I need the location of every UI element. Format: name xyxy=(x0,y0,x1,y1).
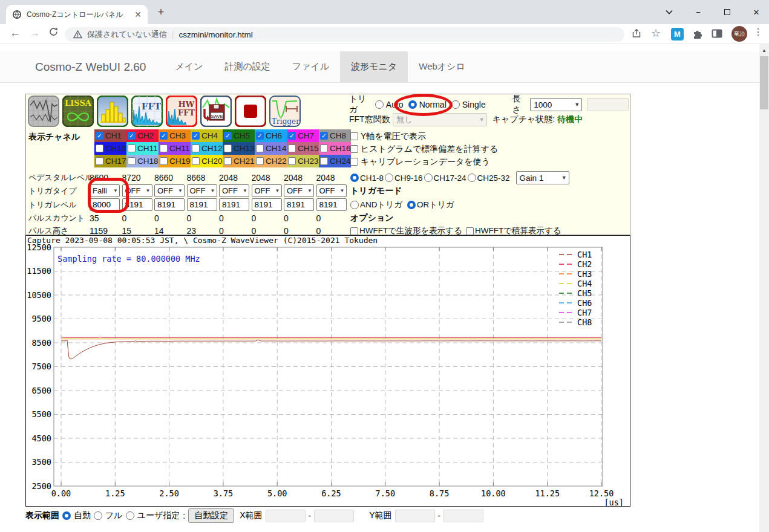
stop-button[interactable] xyxy=(235,96,266,127)
channel-item-CH14[interactable]: CH14 xyxy=(255,142,287,155)
x-range-max-input[interactable] xyxy=(314,510,354,522)
y-range-min-input[interactable] xyxy=(395,510,435,522)
channel-item-CH19[interactable]: CH19 xyxy=(159,155,191,167)
channel-item-CH21[interactable]: CH21 xyxy=(223,155,255,167)
channel-checkbox-CH19[interactable] xyxy=(160,157,168,165)
nav-item-web-oscillo[interactable]: Webオシロ xyxy=(408,51,476,82)
trigger-level-input-ch4[interactable] xyxy=(187,198,217,211)
trigger-type-select-ch5[interactable]: OFF▼ xyxy=(219,184,249,197)
channel-item-CH24[interactable]: CH24 xyxy=(319,155,351,167)
nav-item-main[interactable]: メイン xyxy=(164,51,214,82)
channel-item-CH12[interactable]: CH12 xyxy=(191,142,223,155)
trigger-mode-normal-label[interactable]: Normal xyxy=(419,100,447,109)
group-ch17-24-radio[interactable] xyxy=(424,174,433,182)
option-histogram-stddev[interactable]: ヒストグラムで標準偏差を計算する xyxy=(350,143,498,155)
trigger-mode-auto-label[interactable]: Auto xyxy=(386,100,404,109)
channel-checkbox-CH11[interactable] xyxy=(160,144,168,152)
trigger-type-select-ch4[interactable]: OFF▼ xyxy=(187,184,217,197)
hwfft-integrate-checkbox[interactable] xyxy=(466,227,474,235)
trigger-mode-single-radio[interactable] xyxy=(451,100,460,109)
side-panel-icon[interactable] xyxy=(712,29,722,41)
range-user-radio[interactable] xyxy=(126,511,134,520)
bookmark-star-icon[interactable]: ☆ xyxy=(651,27,661,40)
option-y-axis-voltage[interactable]: Y軸を電圧で表示 xyxy=(350,130,426,143)
channel-checkbox-CH6[interactable]: ✓ xyxy=(256,132,264,140)
group-ch1-8-radio[interactable] xyxy=(350,174,359,182)
channel-checkbox-CH16[interactable] xyxy=(320,144,328,152)
channel-checkbox-CH3[interactable]: ✓ xyxy=(160,132,168,140)
waveform-monitor-button[interactable] xyxy=(28,96,59,127)
trigger-type-select-ch1[interactable]: Falli▼ xyxy=(90,184,120,197)
channel-checkbox-CH24[interactable] xyxy=(320,157,328,165)
save-button[interactable]: SAVE xyxy=(200,96,232,127)
window-minimize-button[interactable]: − xyxy=(684,0,712,24)
forward-icon[interactable]: → xyxy=(29,27,40,39)
new-tab-button[interactable]: + xyxy=(155,6,167,18)
gain-select[interactable]: Gain 1▼ xyxy=(516,171,569,184)
scrollbar-thumb[interactable] xyxy=(760,56,768,109)
channel-item-CH13[interactable]: CH13 xyxy=(223,142,255,155)
channel-checkbox-CH17[interactable] xyxy=(96,157,103,165)
extensions-puzzle-icon[interactable] xyxy=(692,28,703,42)
length-extra-input[interactable] xyxy=(587,98,629,111)
channel-item-CH2[interactable]: ✓CH2 xyxy=(126,129,159,142)
channel-checkbox-CH4[interactable]: ✓ xyxy=(192,132,200,140)
x-range-min-input[interactable] xyxy=(266,510,306,522)
channel-item-CH6[interactable]: ✓CH6 xyxy=(255,129,287,142)
and-trigger-radio[interactable] xyxy=(350,201,359,209)
trigger-level-input-ch8[interactable] xyxy=(316,198,347,211)
trigger-mode-single-label[interactable]: Single xyxy=(462,100,486,109)
window-chevron-icon[interactable] xyxy=(655,0,683,24)
back-icon[interactable]: ← xyxy=(10,27,21,39)
trigger-level-input-ch1[interactable] xyxy=(90,198,120,211)
trigger-level-input-ch2[interactable] xyxy=(122,198,152,211)
group-ch9-16-radio[interactable] xyxy=(385,174,393,182)
histogram-button[interactable] xyxy=(97,96,128,127)
nav-item-measure-settings[interactable]: 計測の設定 xyxy=(214,51,281,82)
channel-item-CH8[interactable]: ✓CH8 xyxy=(319,129,351,142)
window-maximize-button[interactable] xyxy=(713,0,741,24)
channel-item-CH3[interactable]: ✓CH3 xyxy=(159,129,191,142)
option-calibration-data[interactable]: キャリブレーションデータを使う xyxy=(350,155,490,168)
channel-checkbox-CH20[interactable] xyxy=(192,157,200,165)
trigger-button[interactable]: Trigger xyxy=(269,96,301,127)
trigger-type-select-ch2[interactable]: OFF▼ xyxy=(122,184,152,197)
channel-checkbox-CH18[interactable] xyxy=(128,157,136,165)
fft-button[interactable]: FFT xyxy=(131,96,163,127)
trigger-mode-auto-radio[interactable] xyxy=(375,100,384,109)
channel-item-CH16[interactable]: CH16 xyxy=(319,142,351,155)
tab-close-icon[interactable]: ✕ xyxy=(134,10,142,19)
trigger-type-select-ch3[interactable]: OFF▼ xyxy=(154,184,185,197)
channel-checkbox-CH7[interactable]: ✓ xyxy=(288,132,296,140)
auto-set-button[interactable]: 自動設定 xyxy=(188,508,234,523)
length-select[interactable]: 1000▼ xyxy=(530,98,582,111)
channel-item-CH7[interactable]: ✓CH7 xyxy=(287,129,319,142)
channel-item-CH11[interactable]: CH11 xyxy=(159,142,191,155)
or-trigger-radio[interactable] xyxy=(407,201,416,209)
channel-checkbox-CH15[interactable] xyxy=(288,144,296,152)
channel-item-CH10[interactable]: CH10 xyxy=(94,142,126,155)
channel-checkbox-CH12[interactable] xyxy=(192,144,200,152)
channel-checkbox-CH5[interactable]: ✓ xyxy=(224,132,232,140)
channel-item-CH23[interactable]: CH23 xyxy=(287,155,319,167)
channel-item-CH4[interactable]: ✓CH4 xyxy=(191,129,223,142)
channel-item-CH15[interactable]: CH15 xyxy=(287,142,319,155)
channel-item-CH20[interactable]: CH20 xyxy=(191,155,223,167)
channel-item-CH17[interactable]: CH17 xyxy=(94,155,126,167)
reload-icon[interactable] xyxy=(48,27,59,40)
y-range-max-input[interactable] xyxy=(443,510,483,522)
channel-checkbox-CH21[interactable] xyxy=(224,157,232,165)
range-auto-radio[interactable] xyxy=(62,511,71,520)
channel-item-CH5[interactable]: ✓CH5 xyxy=(223,129,255,142)
browser-tab[interactable]: Cosmo-Zコントロールパネル ✕ xyxy=(6,5,148,24)
calibration-data-checkbox[interactable] xyxy=(350,158,358,166)
url-bar[interactable]: 保護されていない通信 | cszmini/monitor.html xyxy=(65,27,624,42)
channel-item-CH1[interactable]: ✓CH1 xyxy=(94,129,126,142)
trigger-mode-normal-radio[interactable] xyxy=(408,100,417,109)
hwfft-raw-checkbox[interactable] xyxy=(350,227,358,235)
channel-checkbox-CH1[interactable]: ✓ xyxy=(96,132,103,140)
channel-checkbox-CH8[interactable]: ✓ xyxy=(320,132,328,140)
channel-item-CH18[interactable]: CH18 xyxy=(126,155,159,167)
hw-fft-button[interactable]: HW FFT xyxy=(166,96,197,127)
window-close-button[interactable]: ✕ xyxy=(742,0,769,24)
